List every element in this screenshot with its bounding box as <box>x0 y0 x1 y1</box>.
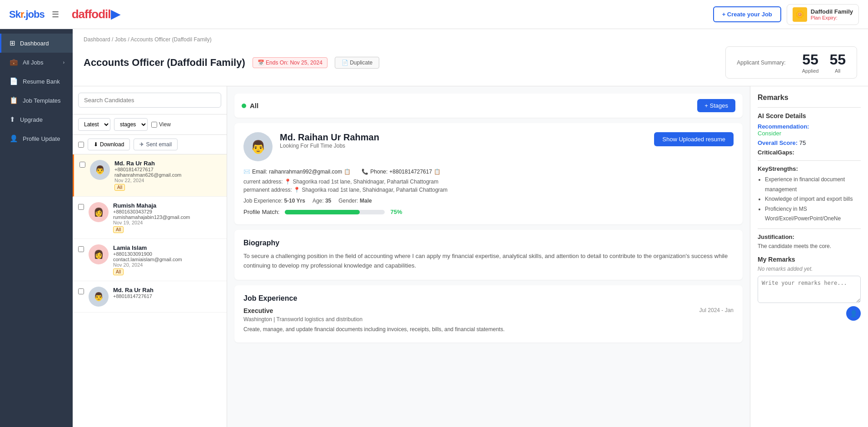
company-logo: daffodil▶ <box>72 7 119 21</box>
sidebar-item-resume-bank[interactable]: 📄 Resume Bank <box>0 72 73 91</box>
divider-2 <box>758 160 861 161</box>
biography-section: Biography To secure a challenging positi… <box>234 230 743 280</box>
candidate-info: Md. Ra Ur Rah +8801814727617 <box>113 287 221 299</box>
job-experience-title: Job Experience <box>243 294 734 303</box>
sidebar-item-all-jobs[interactable]: 💼 All Jobs › <box>0 53 73 72</box>
candidate-phone: +8801814727617 <box>114 167 221 172</box>
search-box <box>73 86 227 114</box>
sidebar-item-job-templates[interactable]: 📋 Job Templates <box>0 91 73 110</box>
candidate-phone: +8801814727617 <box>113 293 221 299</box>
latest-filter[interactable]: Latest <box>78 118 110 131</box>
sidebar-item-upgrade[interactable]: ⬆ Upgrade <box>0 110 73 129</box>
all-label: All <box>829 68 846 74</box>
candidate-checkbox[interactable] <box>78 204 84 210</box>
download-button[interactable]: ⬇ Download <box>88 139 130 150</box>
candidate-checkbox[interactable] <box>78 288 84 294</box>
company-badge-info: Daffodil Family Plan Expiry: <box>811 8 853 20</box>
remarks-textarea[interactable] <box>758 276 861 303</box>
current-address-row: current address: 📍 Shagorika road 1st la… <box>243 179 734 185</box>
download-icon: ⬇ <box>94 141 98 148</box>
all-dot-icon <box>242 104 246 108</box>
send-email-button[interactable]: ✈ Sent email <box>134 139 178 150</box>
candidate-avatar: 👨 <box>89 287 109 307</box>
candidate-phone: +8801630343729 <box>113 209 221 214</box>
detail-subtitle: Looking For Full Time Jobs <box>280 143 647 149</box>
breadcrumb-jobs[interactable]: Jobs <box>115 36 126 43</box>
master-checkbox[interactable] <box>78 142 84 148</box>
applicant-summary: Applicant Summary: 55 Applied 55 All <box>725 46 857 79</box>
company-badge[interactable]: 🌼 Daffodil Family Plan Expiry: <box>787 4 859 25</box>
remarks-avatar-row: 👤 <box>758 306 861 321</box>
location-icon: 📍 <box>284 179 291 185</box>
create-job-button[interactable]: + Create your Job <box>713 6 781 22</box>
candidate-card[interactable]: 👩 Lamia Islam +8801303091900 contact.lam… <box>73 239 227 281</box>
breadcrumb-current: Accounts Officer (Daffodil Family) <box>130 36 211 43</box>
candidate-checkbox[interactable] <box>78 246 84 252</box>
match-label: Profile Match: <box>243 209 279 215</box>
all-header: All + Stages <box>234 94 743 118</box>
layout: ⊞ Dashboard 💼 All Jobs › 📄 Resume Bank 📋… <box>0 29 868 427</box>
job-exp-dates: Jul 2024 - Jan <box>699 307 734 314</box>
job-exp-meta: Job Experience: 5-10 Yrs <box>243 198 305 204</box>
divider <box>758 107 861 108</box>
key-strengths-label: KeyStrengths: <box>758 165 861 172</box>
match-percentage: 75% <box>390 209 402 215</box>
candidate-detail-card: 👨 Md. Raihan Ur Rahman Looking For Full … <box>234 123 743 224</box>
stages-button[interactable]: + Stages <box>697 99 735 112</box>
divider-3 <box>758 228 861 229</box>
candidate-card[interactable]: 👨 Md. Ra Ur Rah +8801814727617 raihanrah… <box>73 154 227 197</box>
candidate-date: Nov 22, 2024 <box>114 178 221 183</box>
sidebar-label-job-templates: Job Templates <box>23 97 64 104</box>
view-checkbox-label[interactable]: View <box>151 121 171 128</box>
copy-phone-icon[interactable]: 📋 <box>434 169 441 175</box>
location-icon-2: 📍 <box>293 187 300 193</box>
show-resume-button[interactable]: Show Uploaded resume <box>654 132 734 146</box>
strength-item: Knowledge of import and export bills <box>765 194 861 204</box>
app-logo: Skr.jobs <box>9 9 45 20</box>
filter-row: Latest stages View <box>73 114 227 135</box>
detail-contact-row: ✉️ Email: raihanrahman992@gmail.com 📋 📞 … <box>243 169 734 175</box>
copy-email-icon[interactable]: 📋 <box>344 169 351 175</box>
main-content: Dashboard / Jobs / Accounts Officer (Daf… <box>73 29 868 427</box>
logo-area: Skr.jobs ☰ daffodil▶ <box>9 7 119 21</box>
view-checkbox[interactable] <box>151 122 157 128</box>
detail-avatar: 👨 <box>243 132 273 161</box>
sidebar-item-profile-update[interactable]: 👤 Profile Update <box>0 129 73 148</box>
candidate-date: Nov 19, 2024 <box>113 220 221 225</box>
stages-filter[interactable]: stages <box>114 118 148 131</box>
candidate-date: Nov 20, 2024 <box>113 262 221 268</box>
hamburger-icon[interactable]: ☰ <box>52 10 59 20</box>
sidebar-label-all-jobs: All Jobs <box>23 59 59 66</box>
candidate-checkbox[interactable] <box>79 162 85 168</box>
justification-text: The candidate meets the core. <box>758 242 861 250</box>
breadcrumb-dashboard[interactable]: Dashboard <box>84 36 110 43</box>
recommendation-row: Recommendation: Consider <box>758 123 861 137</box>
detail-header: 👨 Md. Raihan Ur Rahman Looking For Full … <box>243 132 734 161</box>
job-title: Accounts Officer (Daffodil Family) <box>84 57 245 69</box>
candidate-info: Md. Ra Ur Rah +8801814727617 raihanrahma… <box>114 160 221 191</box>
candidate-email: contact.lamiaislam@gmail.com <box>113 257 221 262</box>
applied-label: Applied <box>802 68 819 74</box>
resume-bank-icon: 📄 <box>10 77 18 85</box>
critical-gaps-label: CriticalGaps: <box>758 149 861 156</box>
search-input[interactable] <box>78 93 221 108</box>
detail-name-area: Md. Raihan Ur Rahman Looking For Full Ti… <box>280 132 647 152</box>
remarks-input-area: 👤 <box>758 276 861 321</box>
sidebar-label-dashboard: Dashboard <box>20 40 64 47</box>
sidebar-item-dashboard[interactable]: ⊞ Dashboard <box>0 34 73 53</box>
all-count: 55 <box>829 51 846 68</box>
candidate-name: Md. Ra Ur Rah <box>114 160 221 167</box>
candidate-name: Lamia Islam <box>113 244 221 251</box>
three-col-layout: Latest stages View ⬇ Download <box>73 86 868 427</box>
chevron-right-icon: › <box>63 60 64 65</box>
job-exp-header: Executive Jul 2024 - Jan <box>243 307 734 314</box>
right-panel: Remarks AI Score Details Recommendation:… <box>750 86 868 427</box>
candidate-card[interactable]: 👩 Rumish Mahaja +8801630343729 rumishama… <box>73 197 227 239</box>
candidate-list: 👨 Md. Ra Ur Rah +8801814727617 raihanrah… <box>73 154 227 427</box>
candidate-card[interactable]: 👨 Md. Ra Ur Rah +8801814727617 <box>73 281 227 313</box>
topnav-right: + Create your Job 🌼 Daffodil Family Plan… <box>713 4 859 25</box>
remarks-title: Remarks <box>758 94 861 102</box>
duplicate-button[interactable]: 📄 Duplicate <box>335 57 379 69</box>
email-icon: ✉️ <box>243 169 250 175</box>
job-exp-role: Executive <box>243 307 273 314</box>
